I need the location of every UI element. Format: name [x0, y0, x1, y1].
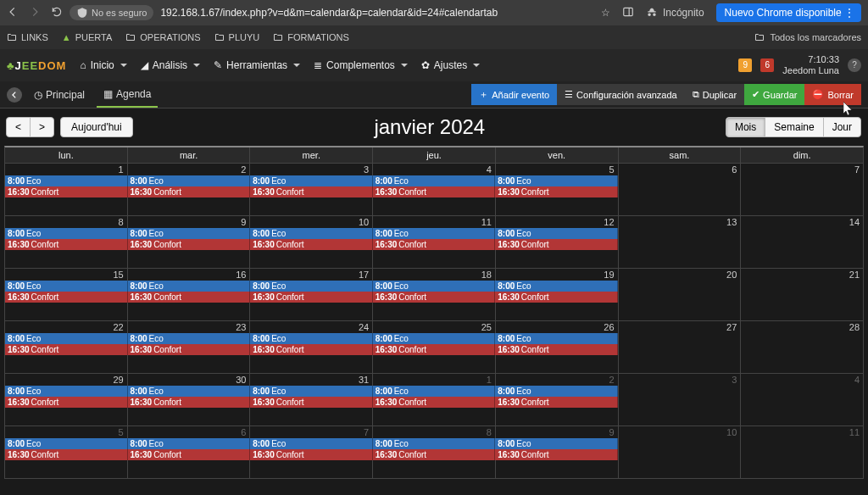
calendar-day[interactable]: 10: [618, 426, 741, 478]
bookmark-pluyu[interactable]: PLUYU: [214, 32, 260, 42]
event-eco[interactable]: 8:00Eco: [250, 438, 373, 449]
event-confort[interactable]: 16:30Confort: [5, 344, 128, 355]
event-eco[interactable]: 8:00Eco: [495, 333, 618, 344]
add-event-button[interactable]: ＋Añadir evento: [471, 84, 557, 105]
event-confort[interactable]: 16:30Confort: [495, 292, 618, 303]
event-eco[interactable]: 8:00Eco: [495, 438, 618, 449]
bookmark-puerta[interactable]: ▲PUERTA: [62, 32, 113, 42]
event-confort[interactable]: 16:30Confort: [373, 449, 496, 460]
badge-error[interactable]: 6: [760, 58, 774, 72]
event-confort[interactable]: 16:30Confort: [250, 344, 373, 355]
event-eco[interactable]: 8:00Eco: [5, 281, 128, 292]
all-bookmarks[interactable]: Todos los marcadores: [754, 32, 861, 42]
event-eco[interactable]: 8:00Eco: [5, 333, 128, 344]
event-confort[interactable]: 16:30Confort: [373, 239, 496, 250]
panel-icon[interactable]: [622, 6, 634, 20]
event-confort[interactable]: 16:30Confort: [128, 344, 251, 355]
next-button[interactable]: >: [30, 117, 54, 137]
address-url[interactable]: 192.168.1.67/index.php?v=d&m=calendar&p=…: [160, 7, 498, 19]
event-eco[interactable]: 8:00Eco: [128, 175, 251, 186]
calendar-day[interactable]: 7: [740, 164, 863, 215]
event-confort[interactable]: 16:30Confort: [5, 186, 128, 197]
calendar-day[interactable]: 6: [618, 164, 741, 215]
page-back-button[interactable]: [7, 87, 22, 103]
event-eco[interactable]: 8:00Eco: [128, 281, 251, 292]
event-confort[interactable]: 16:30Confort: [250, 239, 373, 250]
event-eco[interactable]: 8:00Eco: [373, 333, 496, 344]
bookmark-formations[interactable]: FORMATIONS: [273, 32, 349, 42]
event-eco[interactable]: 8:00Eco: [5, 228, 128, 239]
view-month-button[interactable]: Mois: [726, 117, 765, 137]
event-confort[interactable]: 16:30Confort: [128, 186, 251, 197]
event-eco[interactable]: 8:00Eco: [250, 386, 373, 397]
event-confort[interactable]: 16:30Confort: [373, 344, 496, 355]
event-eco[interactable]: 8:00Eco: [373, 228, 496, 239]
calendar-day[interactable]: 3: [618, 374, 741, 425]
logo[interactable]: ♣JEEDOM: [7, 59, 66, 72]
event-eco[interactable]: 8:00Eco: [495, 175, 618, 186]
event-eco[interactable]: 8:00Eco: [250, 333, 373, 344]
event-confort[interactable]: 16:30Confort: [128, 292, 251, 303]
event-confort[interactable]: 16:30Confort: [250, 186, 373, 197]
event-eco[interactable]: 8:00Eco: [128, 228, 251, 239]
prev-button[interactable]: <: [6, 117, 31, 137]
event-confort[interactable]: 16:30Confort: [495, 186, 618, 197]
star-icon[interactable]: ☆: [601, 7, 610, 19]
nav-ajustes[interactable]: ✿Ajustes: [421, 59, 480, 71]
calendar-day[interactable]: 14: [740, 216, 863, 268]
event-eco[interactable]: 8:00Eco: [250, 175, 373, 186]
event-confort[interactable]: 16:30Confort: [128, 397, 251, 408]
event-confort[interactable]: 16:30Confort: [5, 239, 128, 250]
save-button[interactable]: ✔Guardar: [744, 84, 804, 105]
calendar-day[interactable]: 28: [740, 321, 863, 373]
calendar-day[interactable]: 4: [740, 374, 863, 425]
security-badge[interactable]: No es seguro: [70, 5, 153, 20]
event-eco[interactable]: 8:00Eco: [495, 281, 618, 292]
event-confort[interactable]: 16:30Confort: [495, 449, 618, 460]
nav-complementos[interactable]: ≣Complementos: [314, 59, 408, 71]
tab-agenda[interactable]: ▦Agenda: [97, 82, 158, 108]
event-eco[interactable]: 8:00Eco: [495, 386, 618, 397]
event-confort[interactable]: 16:30Confort: [128, 239, 251, 250]
event-eco[interactable]: 8:00Eco: [373, 438, 496, 449]
event-confort[interactable]: 16:30Confort: [373, 186, 496, 197]
help-icon[interactable]: ?: [848, 58, 861, 72]
event-confort[interactable]: 16:30Confort: [373, 397, 496, 408]
event-confort[interactable]: 16:30Confort: [250, 397, 373, 408]
reload-icon[interactable]: [51, 6, 63, 20]
calendar-day[interactable]: 11: [740, 426, 863, 478]
calendar-day[interactable]: 20: [618, 269, 741, 320]
badge-warning[interactable]: 9: [738, 58, 752, 72]
view-week-button[interactable]: Semaine: [765, 117, 823, 137]
nav-analisis[interactable]: ◢Análisis: [141, 59, 200, 71]
event-eco[interactable]: 8:00Eco: [5, 386, 128, 397]
tab-principal[interactable]: ◷Principal: [27, 83, 92, 107]
event-eco[interactable]: 8:00Eco: [128, 438, 251, 449]
calendar-day[interactable]: 21: [740, 269, 863, 320]
event-eco[interactable]: 8:00Eco: [495, 228, 618, 239]
event-eco[interactable]: 8:00Eco: [373, 175, 496, 186]
event-confort[interactable]: 16:30Confort: [250, 449, 373, 460]
event-eco[interactable]: 8:00Eco: [5, 175, 128, 186]
event-confort[interactable]: 16:30Confort: [250, 292, 373, 303]
event-confort[interactable]: 16:30Confort: [5, 397, 128, 408]
view-day-button[interactable]: Jour: [823, 117, 861, 137]
delete-button[interactable]: ⛔Borrar: [804, 84, 861, 105]
nav-inicio[interactable]: ⌂Inicio: [80, 59, 126, 71]
event-confort[interactable]: 16:30Confort: [5, 292, 128, 303]
event-eco[interactable]: 8:00Eco: [373, 281, 496, 292]
chrome-update-button[interactable]: Nuevo Chrome disponible ⋮: [716, 3, 861, 22]
nav-herramientas[interactable]: ✎Herramientas: [214, 59, 300, 71]
today-button[interactable]: Aujourd'hui: [60, 117, 133, 137]
duplicate-button[interactable]: ⧉Duplicar: [685, 84, 744, 105]
event-eco[interactable]: 8:00Eco: [250, 228, 373, 239]
bookmark-links[interactable]: LINKS: [7, 32, 48, 42]
event-eco[interactable]: 8:00Eco: [250, 281, 373, 292]
event-confort[interactable]: 16:30Confort: [495, 344, 618, 355]
advanced-config-button[interactable]: ☰Configuración avanzada: [557, 84, 685, 105]
calendar-day[interactable]: 13: [618, 216, 741, 268]
event-eco[interactable]: 8:00Eco: [373, 386, 496, 397]
back-icon[interactable]: [7, 6, 19, 20]
event-eco[interactable]: 8:00Eco: [128, 386, 251, 397]
event-confort[interactable]: 16:30Confort: [373, 292, 496, 303]
